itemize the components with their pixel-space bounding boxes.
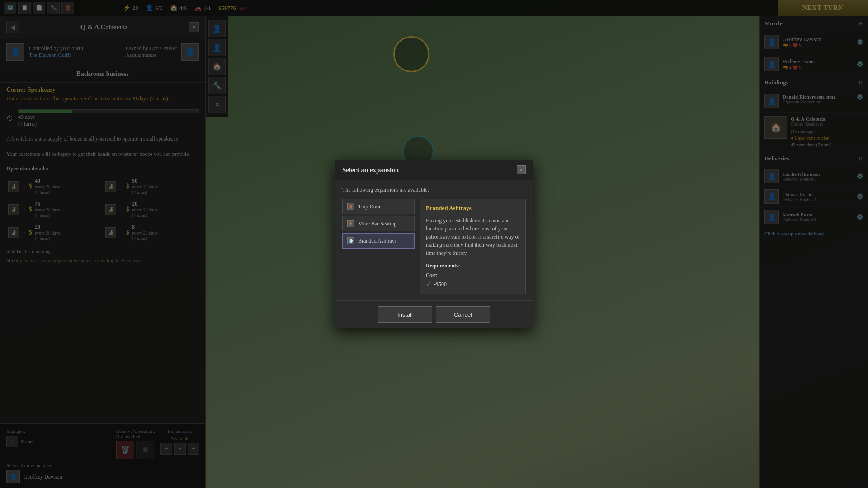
trap-door-label: Trap Door [358, 203, 381, 210]
modal-footer: Install Cancel [335, 300, 533, 328]
modal-subtitle: The following expansions are available: [342, 187, 526, 193]
modal-header: Select an expansion × [335, 160, 533, 180]
trap-door-icon: 🚪 [347, 203, 354, 210]
modal-body: The following expansions are available: … [335, 180, 533, 300]
more-bar-seating-label: More Bar Seating [358, 221, 396, 227]
branded-ashtrays-icon: 💨 [347, 237, 354, 244]
modal-content: 🚪 Trap Door 🪑 More Bar Seating 💨 Branded… [342, 199, 526, 294]
expansion-detail-description: Having your establishment's name and loc… [426, 216, 520, 257]
cancel-button[interactable]: Cancel [436, 306, 490, 323]
modal-close-button[interactable]: × [517, 165, 526, 174]
expansion-modal: Select an expansion × The following expa… [335, 160, 533, 328]
bar-seating-icon: 🪑 [347, 220, 354, 227]
branded-ashtrays-label: Branded Ashtrays [358, 238, 397, 244]
modal-overlay: Select an expansion × The following expa… [0, 0, 868, 488]
expansion-list: 🚪 Trap Door 🪑 More Bar Seating 💨 Branded… [342, 199, 415, 294]
expansion-detail-title: Branded Ashtrays [426, 205, 520, 212]
requirements-header: Requirements: [426, 263, 520, 269]
cost-row: ✓ -$500 [426, 281, 520, 288]
expansion-item-trap-door[interactable]: 🚪 Trap Door [342, 199, 415, 214]
install-button[interactable]: Install [378, 306, 432, 323]
cost-value: -$500 [434, 281, 447, 288]
expansion-detail-panel: Branded Ashtrays Having your establishme… [420, 199, 526, 294]
cost-check-icon: ✓ [426, 281, 431, 288]
cost-header: Cost: [426, 272, 520, 279]
expansion-item-more-bar-seating[interactable]: 🪑 More Bar Seating [342, 216, 415, 231]
expansion-item-branded-ashtrays[interactable]: 💨 Branded Ashtrays [342, 233, 415, 249]
modal-title: Select an expansion [342, 166, 399, 174]
